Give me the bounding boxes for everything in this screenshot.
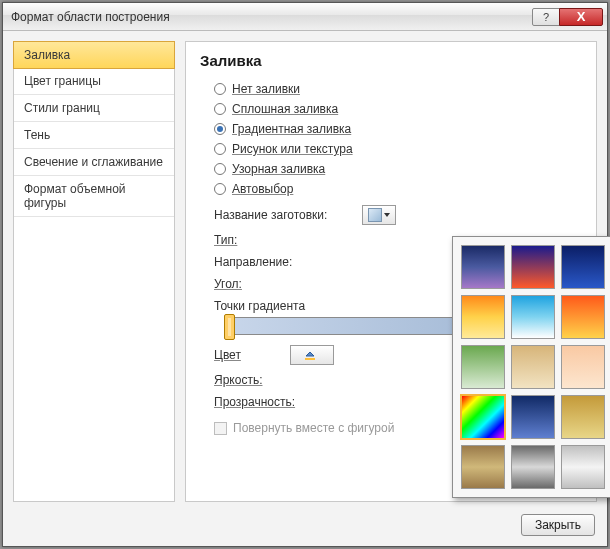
columns: ЗаливкаЦвет границыСтили границТеньСвече… — [3, 31, 607, 508]
titlebar: Формат области построения ? X — [3, 3, 607, 31]
gradient-stops[interactable] — [226, 317, 456, 335]
gradient-preset-palette — [452, 236, 610, 498]
fill-option-label: Узорная заливка — [232, 162, 325, 176]
radio-icon — [214, 143, 226, 155]
transparency-label: Прозрачность: — [214, 395, 354, 409]
gradient-swatch[interactable] — [561, 345, 605, 389]
radio-icon — [214, 123, 226, 135]
gradient-swatch[interactable] — [511, 395, 555, 439]
stops-label: Точки градиента — [214, 299, 354, 313]
svg-rect-0 — [305, 358, 315, 360]
radio-icon — [214, 163, 226, 175]
sidebar-item[interactable]: Формат объемной фигуры — [14, 176, 174, 217]
main-panel: Заливка Нет заливкиСплошная заливкаГради… — [185, 41, 597, 502]
sidebar-item[interactable]: Заливка — [13, 41, 175, 69]
gradient-swatch[interactable] — [511, 245, 555, 289]
fill-option-label: Градиентная заливка — [232, 122, 351, 136]
fill-option-row[interactable]: Рисунок или текстура — [200, 139, 582, 159]
gradient-swatch[interactable] — [561, 445, 605, 489]
help-button[interactable]: ? — [532, 8, 560, 26]
rotate-checkbox[interactable] — [214, 422, 227, 435]
color-dropdown[interactable] — [290, 345, 334, 365]
color-label: Цвет — [214, 348, 282, 362]
gradient-swatch[interactable] — [561, 245, 605, 289]
dialog-body: ЗаливкаЦвет границыСтили границТеньСвече… — [3, 31, 607, 546]
window-title: Формат области построения — [11, 10, 533, 24]
radio-icon — [214, 103, 226, 115]
fill-option-label: Нет заливки — [232, 82, 300, 96]
fill-bucket-icon — [304, 349, 316, 361]
preset-row: Название заготовки: — [200, 199, 582, 227]
gradient-track[interactable] — [226, 317, 456, 335]
fill-option-row[interactable]: Градиентная заливка — [200, 119, 582, 139]
gradient-swatch[interactable] — [461, 345, 505, 389]
angle-label: Угол: — [214, 277, 354, 291]
gradient-swatch[interactable] — [511, 345, 555, 389]
fill-option-label: Сплошная заливка — [232, 102, 338, 116]
dialog-window: Формат области построения ? X ЗаливкаЦве… — [2, 2, 608, 547]
direction-label: Направление: — [214, 255, 354, 269]
gradient-stop-handle[interactable] — [224, 314, 235, 340]
gradient-swatch[interactable] — [461, 295, 505, 339]
radio-icon — [214, 183, 226, 195]
gradient-swatch[interactable] — [461, 445, 505, 489]
gradient-swatch[interactable] — [511, 295, 555, 339]
sidebar-item[interactable]: Тень — [14, 122, 174, 149]
gradient-swatch[interactable] — [561, 295, 605, 339]
dialog-footer: Закрыть — [3, 508, 607, 546]
sidebar: ЗаливкаЦвет границыСтили границТеньСвече… — [13, 41, 175, 502]
fill-option-label: Рисунок или текстура — [232, 142, 353, 156]
gradient-swatch[interactable] — [561, 395, 605, 439]
close-button[interactable]: Закрыть — [521, 514, 595, 536]
window-close-button[interactable]: X — [559, 8, 603, 26]
fill-option-row[interactable]: Автовыбор — [200, 179, 582, 199]
type-label: Тип: — [214, 233, 354, 247]
preset-dropdown[interactable] — [362, 205, 396, 225]
window-buttons: ? X — [533, 8, 603, 26]
rotate-label: Повернуть вместе с фигурой — [233, 421, 394, 435]
fill-option-row[interactable]: Узорная заливка — [200, 159, 582, 179]
sidebar-item[interactable]: Цвет границы — [14, 68, 174, 95]
sidebar-item[interactable]: Стили границ — [14, 95, 174, 122]
gradient-swatch[interactable] — [511, 445, 555, 489]
brightness-label: Яркость: — [214, 373, 354, 387]
preset-swatch-icon — [368, 208, 382, 222]
fill-option-row[interactable]: Нет заливки — [200, 79, 582, 99]
preset-label: Название заготовки: — [214, 208, 354, 222]
fill-option-row[interactable]: Сплошная заливка — [200, 99, 582, 119]
gradient-swatch[interactable] — [461, 245, 505, 289]
sidebar-item[interactable]: Свечение и сглаживание — [14, 149, 174, 176]
panel-heading: Заливка — [200, 52, 582, 69]
gradient-swatch[interactable] — [461, 395, 505, 439]
fill-option-label: Автовыбор — [232, 182, 293, 196]
radio-icon — [214, 83, 226, 95]
chevron-down-icon — [384, 213, 390, 217]
